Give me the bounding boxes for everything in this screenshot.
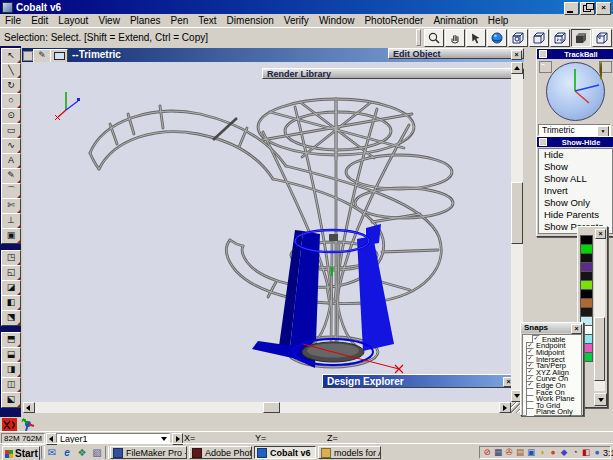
color-swatch[interactable] [580,308,593,317]
sweep-surface-tool[interactable]: ◪ [1,280,21,296]
start-button[interactable]: Start [2,446,40,460]
menu-edit[interactable]: Edit [26,14,53,27]
wireframe-structure[interactable] [90,99,453,367]
model-viewport[interactable] [23,62,511,402]
tray-display-icon[interactable]: ▦ [493,447,503,458]
hidden-line-view-button[interactable] [529,29,549,47]
tray-globe-icon[interactable]: ● [592,447,602,458]
render-library-panel[interactable]: Render Library × [262,68,524,79]
quick-launch-internet-explorer-icon[interactable]: e [60,447,74,459]
snap-plane-only-checkbox[interactable] [526,408,534,416]
vertical-scroll-thumb[interactable] [511,182,523,244]
trackball-title-bar[interactable]: TrackBall [537,49,613,59]
tray-window-icon[interactable]: ▣ [526,447,536,458]
menu-file[interactable]: File [0,14,26,27]
menu-pen[interactable]: Pen [165,14,193,27]
show-hide-item-hide-parents[interactable]: Hide Parents [539,209,612,221]
horizontal-scroll-thumb[interactable] [263,402,280,413]
color-scroll-thumb[interactable] [594,317,605,381]
circle-tool[interactable]: ○ [1,93,21,109]
color-palette-scrollbar[interactable] [594,239,605,391]
show-hide-item-show-only[interactable]: Show Only [539,197,612,209]
color-swatch[interactable] [580,235,593,245]
task-button-cobalt[interactable]: Cobalt v6 [254,446,316,459]
tray-clip-icon[interactable]: ✇ [504,447,514,458]
task-button-models-folder[interactable]: models for Ashlar [318,446,381,459]
show-hide-title-bar[interactable]: Show-Hide [537,137,613,147]
scroll-right-button[interactable] [499,402,511,413]
boolean-solid-tool[interactable]: ⬕ [1,392,21,408]
spline-tool[interactable]: ∿ [1,138,21,154]
menu-verify[interactable]: Verify [279,14,314,27]
show-hide-item-show-all[interactable]: Show ALL [539,173,612,185]
trackball-sphere[interactable] [546,62,605,121]
red-tool-icon[interactable] [2,418,17,432]
trackball-rotate-button[interactable] [539,61,552,73]
trackball-light-button[interactable] [599,61,612,73]
revolve-solid-tool[interactable]: ⬓ [1,347,21,363]
menu-window[interactable]: Window [314,14,360,27]
world-axes-icon[interactable] [20,417,36,432]
tray-creature-icon[interactable]: ● [548,447,558,458]
extrude-solid-tool[interactable]: ⬒ [1,332,21,348]
menu-text[interactable]: Text [193,14,221,27]
sweep-solid-tool[interactable]: ◨ [1,362,21,378]
color-swatch[interactable] [580,299,593,308]
trackball-collapse-box[interactable] [539,50,547,58]
horizontal-scrollbar[interactable] [23,402,511,413]
app-title-bar[interactable]: Cobalt v6 × [0,0,613,14]
line-tool[interactable]: ╲ [1,63,21,79]
menu-animation[interactable]: Animation [428,14,482,27]
axes-tool[interactable]: ⊥ [1,213,21,229]
show-hide-collapse-box[interactable] [539,138,547,146]
color-swatch[interactable] [580,281,593,290]
menu-layout[interactable]: Layout [53,14,93,27]
layer-field[interactable]: Layer1 [56,433,170,443]
rotate-view-button[interactable] [487,29,507,47]
show-hide-item-hide[interactable]: Hide [539,149,612,161]
rectangle-tool[interactable]: ▭ [1,123,21,139]
shaded-view-button[interactable] [571,29,591,47]
dashed-hidden-view-button[interactable] [550,29,570,47]
show-hide-item-show[interactable]: Show [539,161,612,173]
conic-tool[interactable]: ⊙ [1,108,21,124]
scroll-left-button[interactable] [23,402,35,413]
edit-object-panel[interactable]: Edit Object × [388,48,524,59]
net-surface-tool[interactable]: ◧ [1,295,21,311]
viewport-tool[interactable]: ▣ [1,228,21,244]
tray-no-sign-icon[interactable]: ⊘ [482,447,492,458]
tray-briefcase-icon[interactable]: ▤ [515,447,525,458]
zoom-button[interactable] [424,29,444,47]
document-system-box[interactable] [23,51,33,61]
text-tool[interactable]: A [1,153,21,169]
color-swatch[interactable] [580,254,593,263]
select-tool[interactable]: ↖ [1,48,21,64]
edit-object-close-button[interactable]: × [511,50,522,60]
color-swatch[interactable] [580,263,593,272]
tray-mute-icon[interactable]: ◧ [581,447,591,458]
quick-launch-desktop-icon[interactable]: ▧ [90,447,104,459]
drawing-canvas[interactable] [23,62,511,402]
menu-photorender[interactable]: PhotoRender [359,14,428,27]
blend-solid-tool[interactable]: ◫ [1,377,21,393]
menu-help[interactable]: Help [483,14,514,27]
tray-shield-icon[interactable]: ◆ [559,447,569,458]
task-button-filemaker[interactable]: FileMaker Pro -... [110,446,187,459]
arc-tool[interactable]: ↻ [1,78,21,94]
revolve-surface-tool[interactable]: ◱ [1,265,21,281]
open-box-view-button[interactable] [592,29,612,47]
show-hide-item-invert[interactable]: Invert [539,185,612,197]
menu-planes[interactable]: Planes [125,14,166,27]
color-swatch[interactable] [580,245,593,254]
wireframe-view-button[interactable] [508,29,528,47]
view-mode-dropdown[interactable]: Trimetric ▼ [538,124,611,136]
menu-dimension[interactable]: Dimension [222,14,279,27]
menu-view[interactable]: View [93,14,125,27]
trim-tool[interactable]: ✄ [1,198,21,214]
snaps-close-button[interactable]: × [571,324,582,334]
fillet-tool[interactable]: ⌒ [1,183,21,199]
toolbar-grip[interactable] [416,29,421,46]
color-scroll-down-button[interactable] [594,393,607,406]
design-explorer-panel[interactable]: Design Explorer × [322,374,516,388]
extrude-surface-tool[interactable]: ◳ [1,250,21,266]
